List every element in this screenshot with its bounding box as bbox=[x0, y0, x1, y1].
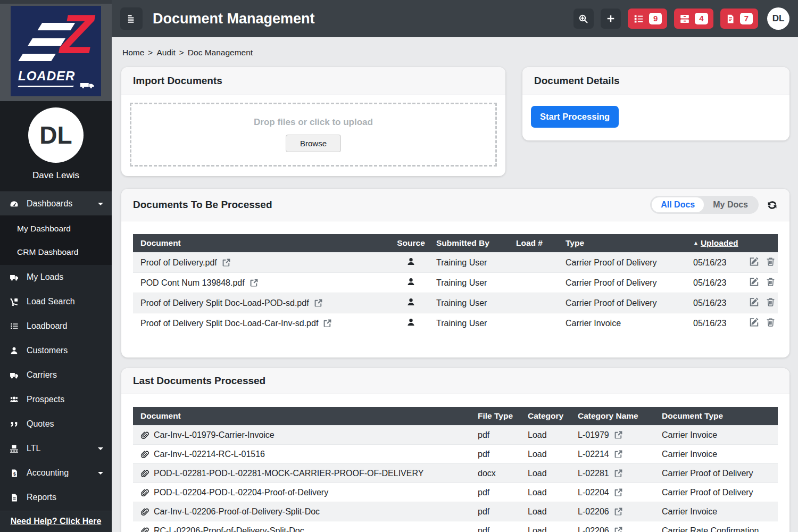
external-link-icon[interactable] bbox=[614, 488, 623, 497]
external-link-icon[interactable] bbox=[614, 526, 623, 532]
document-link[interactable]: Proof of Delivery.pdf bbox=[140, 258, 217, 268]
edit-icon[interactable] bbox=[749, 277, 759, 287]
uploaded-value: 05/16/23 bbox=[688, 293, 744, 313]
sidebar-item-load-search[interactable]: Load Search bbox=[0, 289, 112, 314]
trash-icon[interactable] bbox=[766, 277, 775, 287]
document-link[interactable]: POD-L-02281-POD-L-02281-MOCK-CARRIER-PRO… bbox=[154, 469, 423, 478]
document-type-value: Carrier Invoice bbox=[656, 426, 778, 445]
document-link[interactable]: Proof of Delivery Split Doc-Load-Car-Inv… bbox=[140, 319, 318, 328]
col-document[interactable]: Document bbox=[133, 234, 391, 253]
sidebar-item-my-dashboard[interactable]: My Dashboard bbox=[0, 217, 112, 240]
user-icon bbox=[9, 346, 20, 356]
sidebar-item-label: Reports bbox=[27, 493, 56, 502]
external-link-icon[interactable] bbox=[614, 507, 623, 516]
tasks-button[interactable]: 9 bbox=[628, 9, 667, 29]
category-value: Load bbox=[522, 502, 572, 521]
ez-loader-logo[interactable]: Z LOADER bbox=[11, 6, 101, 96]
external-link-icon[interactable] bbox=[614, 469, 623, 478]
submitted-by-value: Training User bbox=[431, 313, 511, 334]
start-processing-button[interactable]: Start Processing bbox=[531, 106, 619, 128]
document-link[interactable]: Proof of Delivery Split Doc-Load-POD-sd.… bbox=[140, 298, 309, 308]
sidebar-item-crm-dashboard[interactable]: CRM Dashboard bbox=[0, 240, 112, 264]
breadcrumb: Home>Audit>Doc Management bbox=[122, 48, 789, 57]
sidebar-item-customers[interactable]: Customers bbox=[0, 338, 112, 363]
external-link-icon[interactable] bbox=[614, 430, 623, 439]
zoom-search-button[interactable] bbox=[573, 9, 594, 29]
col-submitted-by[interactable]: Submitted By bbox=[431, 234, 511, 253]
doc-type-value: Carrier Proof of Delivery bbox=[560, 253, 688, 273]
menu-toggle-button[interactable] bbox=[120, 7, 143, 30]
table-header-row: Document File Type Category Category Nam… bbox=[133, 407, 778, 426]
document-link[interactable]: Car-Inv-L-02214-RC-L-01516 bbox=[154, 450, 265, 459]
col-uploaded[interactable]: ▲Uploaded bbox=[688, 234, 744, 253]
trash-icon[interactable] bbox=[766, 317, 775, 327]
load-link[interactable]: L-02281 bbox=[578, 469, 609, 478]
paperclip-icon bbox=[140, 527, 149, 532]
external-link-icon[interactable] bbox=[614, 450, 623, 459]
document-link[interactable]: POD Cont Num 139848.pdf bbox=[140, 278, 245, 288]
sidebar-item-label: Accounting bbox=[27, 468, 69, 478]
col-file-type[interactable]: File Type bbox=[472, 407, 522, 426]
document-type-value: Carrier Proof of Delivery bbox=[656, 464, 778, 483]
document-link[interactable]: POD-L-02204-POD-L-02204-Proof-of-Deliver… bbox=[154, 488, 328, 497]
sidebar-item-dashboards[interactable]: Dashboards bbox=[0, 192, 112, 216]
col-load[interactable]: Load # bbox=[511, 234, 560, 253]
cabinet-button[interactable]: 4 bbox=[674, 9, 713, 29]
need-help-link[interactable]: Need Help? Click Here bbox=[0, 511, 112, 532]
edit-icon[interactable] bbox=[749, 317, 759, 327]
load-link[interactable]: L-02204 bbox=[578, 488, 609, 497]
col-source[interactable]: Source bbox=[391, 234, 431, 253]
avatar[interactable]: DL bbox=[28, 107, 84, 163]
sidebar-item-my-loads[interactable]: My Loads bbox=[0, 265, 112, 289]
edit-icon[interactable] bbox=[749, 297, 759, 307]
sidebar-item-prospects[interactable]: Prospects bbox=[0, 387, 112, 412]
all-docs-toggle[interactable]: All Docs bbox=[652, 197, 704, 212]
sidebar-item-carriers[interactable]: Carriers bbox=[0, 363, 112, 387]
browse-button[interactable]: Browse bbox=[286, 135, 341, 152]
col-category[interactable]: Category bbox=[522, 407, 572, 426]
col-type[interactable]: Type bbox=[560, 234, 688, 253]
truck-icon bbox=[9, 370, 20, 380]
document-link[interactable]: RC-L-02206-Proof-of-Delivery-Split-Doc bbox=[154, 526, 304, 532]
avatar[interactable]: DL bbox=[767, 7, 789, 30]
external-link-icon[interactable] bbox=[323, 319, 332, 328]
paperclip-icon bbox=[140, 488, 149, 497]
sidebar-item-reports[interactable]: Reports bbox=[0, 485, 112, 510]
sidebar-item-label: LTL bbox=[27, 444, 40, 453]
cabinet-count-badge: 4 bbox=[695, 13, 708, 25]
trash-icon[interactable] bbox=[766, 256, 775, 267]
breadcrumb-audit[interactable]: Audit bbox=[156, 48, 175, 57]
load-link[interactable]: L-01979 bbox=[578, 430, 609, 440]
sidebar-item-accounting[interactable]: Accounting bbox=[0, 461, 112, 485]
main-area: Document Management 9 4 7 DL Home>Audit>… bbox=[112, 0, 798, 532]
sidebar-item-quotes[interactable]: Quotes bbox=[0, 412, 112, 436]
trash-icon[interactable] bbox=[766, 297, 775, 307]
sidebar-item-label: Customers bbox=[27, 346, 68, 355]
sidebar-item-loadboard[interactable]: Loadboard bbox=[0, 314, 112, 338]
my-docs-toggle[interactable]: My Docs bbox=[704, 197, 757, 212]
logo-z-letter: Z bbox=[60, 6, 94, 64]
sidebar-item-ltl[interactable]: LTL bbox=[0, 436, 112, 461]
document-link[interactable]: Car-Inv-L-01979-Carrier-Invoice bbox=[154, 430, 275, 440]
refresh-button[interactable] bbox=[767, 200, 778, 211]
file-dropzone[interactable]: Drop files or click to upload Browse bbox=[130, 103, 497, 167]
external-link-icon[interactable] bbox=[222, 258, 231, 267]
document-type-value: Carrier Rate Confirmation bbox=[656, 521, 778, 532]
external-link-icon[interactable] bbox=[314, 298, 323, 307]
documents-button[interactable]: 7 bbox=[720, 9, 758, 29]
load-link[interactable]: L-02206 bbox=[578, 507, 609, 517]
edit-icon[interactable] bbox=[749, 256, 759, 267]
load-link[interactable]: L-02214 bbox=[578, 450, 609, 459]
document-link[interactable]: Car-Inv-L-02206-Proof-of-Delivery-Split-… bbox=[154, 507, 320, 517]
add-button[interactable] bbox=[601, 9, 621, 29]
load-link[interactable]: L-02206 bbox=[578, 526, 609, 532]
logo-underline bbox=[18, 86, 74, 87]
breadcrumb-home[interactable]: Home bbox=[122, 48, 144, 57]
dashboards-submenu: My Dashboard CRM Dashboard bbox=[0, 216, 112, 265]
col-category-name[interactable]: Category Name bbox=[572, 407, 656, 426]
col-document-type[interactable]: Document Type bbox=[656, 407, 778, 426]
col-document[interactable]: Document bbox=[133, 407, 472, 426]
external-link-icon[interactable] bbox=[250, 278, 259, 287]
uploaded-value: 05/16/23 bbox=[688, 253, 744, 273]
table-row: Car-Inv-L-02214-RC-L-01516 pdf Load L-02… bbox=[133, 445, 778, 464]
